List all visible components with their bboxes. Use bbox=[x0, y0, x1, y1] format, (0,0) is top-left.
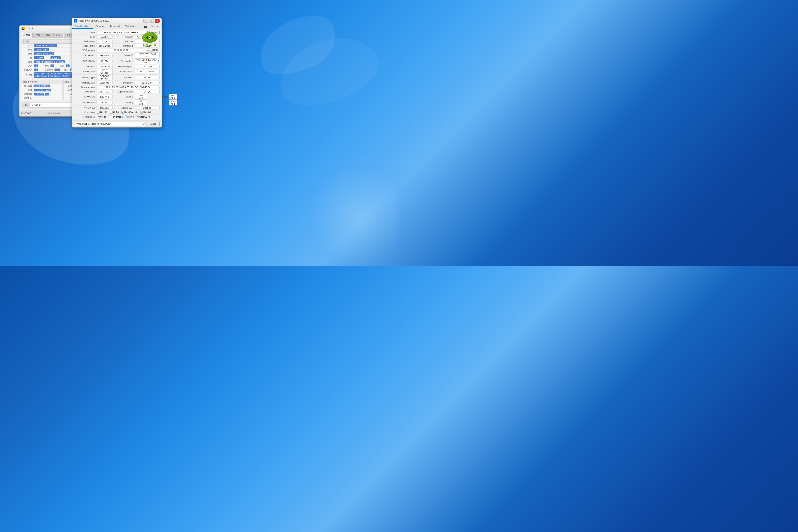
gpuz-tech-value: 5 nm bbox=[96, 40, 113, 43]
cpuz-revision-label: 修订 bbox=[61, 69, 69, 71]
gpuz-buswidth-value: 192 bit bbox=[135, 76, 159, 79]
gpuz-minimize-btn[interactable]: ─ bbox=[143, 19, 148, 23]
gpuz-technologies-label: Technologies bbox=[74, 116, 96, 118]
cpuz-stepping-label: 步进 bbox=[57, 64, 65, 67]
cpuz-bus-label: 总线速度 bbox=[21, 92, 34, 96]
cpuz-fsb-label: 锁定 FSB bbox=[21, 96, 34, 100]
cpuz-tab-mainboard[interactable]: 主板 bbox=[33, 33, 43, 38]
gpuz-opencl-cb[interactable]: ✓ bbox=[97, 111, 99, 114]
gpuz-tab-validation[interactable]: Validation bbox=[122, 24, 138, 29]
gpuz-bandwidth-label: Bandwidth bbox=[113, 81, 135, 84]
cpuz-clock-section: 时钟 (P-Core #0) 核心速度 5700.00 MHz 倍频 x 57.… bbox=[21, 80, 62, 100]
cpuz-footer-logo: CPU-Z bbox=[21, 112, 31, 115]
gpuz-opengl-label: OpenGL 4.6 bbox=[139, 116, 150, 118]
gpuz-bus-help-icon[interactable]: ? bbox=[158, 60, 159, 63]
cpuz-instr-label: 指令集 bbox=[21, 73, 34, 77]
gpuz-directcompute-cb[interactable]: ✓ bbox=[121, 111, 124, 114]
gpuz-buswidth-label: Bus Width bbox=[113, 76, 135, 79]
gpuz-close-button[interactable]: Close bbox=[147, 122, 159, 126]
gpuz-technologies-row: Technologies ✓ Vulkan ✓ Ray Tracing ✓ Ph… bbox=[74, 115, 159, 119]
cpuz-logo-text: CPU-Z bbox=[21, 112, 31, 115]
gpuz-bus-label: Bus Interface bbox=[113, 60, 135, 62]
gpuz-uefi-checkbox[interactable]: ✓ bbox=[150, 49, 153, 52]
gpuz-physx-item: ✓ PhysX bbox=[125, 116, 134, 118]
gpuz-cuda-cb[interactable]: ✓ bbox=[110, 111, 113, 114]
cpuz-clock-title: 时钟 (P-Core #0) bbox=[21, 80, 62, 84]
gpuz-gpuclock-value: 2012 MHz bbox=[96, 95, 113, 98]
cpuz-title-left: CPU-Z bbox=[21, 27, 34, 30]
gpuz-opengl-cb[interactable]: ✓ bbox=[136, 116, 139, 118]
gpuz-tab-sensors[interactable]: Sensors bbox=[93, 24, 107, 29]
gpuz-computing-row: Computing ✓ OpenCL ✓ CUDA ✓ DirectComput… bbox=[74, 110, 159, 115]
gpuz-directml-cb[interactable]: ✓ bbox=[140, 111, 143, 114]
cpuz-extfamily-label: 扩展系列 bbox=[21, 68, 34, 72]
cpuz-bus-val-wrap: 100.00 MHz bbox=[34, 92, 62, 96]
gpuz-tabs: Graphics Card Sensors Advanced Validatio… bbox=[72, 24, 138, 29]
gpuz-shaders-row: Shaders 7168 Unified DirectX Support 12 … bbox=[74, 64, 159, 69]
gpuz-menu-icon[interactable]: ≡ bbox=[155, 24, 160, 28]
cpuz-socket-value: Socket 1700 LGA bbox=[34, 52, 54, 55]
cpuz-voltage-value: 1.308 V bbox=[51, 56, 61, 59]
gpuz-tab-graphics[interactable]: Graphics Card bbox=[72, 24, 93, 29]
gpuz-memsize-row: Memory Size 12288 MB Bandwidth 513.8 GB/… bbox=[74, 80, 159, 85]
cpuz-codename-val-wrap: Raptor Lake bbox=[34, 48, 78, 51]
desktop-swirl-2 bbox=[287, 144, 399, 266]
gpuz-maximize-btn[interactable]: □ bbox=[149, 19, 154, 23]
gpuz-bandwidth-value: 513.8 GB/s bbox=[135, 81, 159, 84]
gpuz-vulkan-cb[interactable]: ✓ bbox=[97, 116, 99, 118]
cpuz-stepping-value: 1 bbox=[66, 64, 70, 67]
gpuz-texture-label: Texture Fillrate bbox=[113, 70, 135, 73]
cpuz-family-value: 6 bbox=[34, 64, 38, 67]
gpuz-titlebar: G TechPowerUp GPU-Z 2.57.0 ─ □ ✕ bbox=[72, 18, 162, 24]
cpuz-model-label: 型号 bbox=[41, 64, 50, 67]
gpuz-memtype-value: GDDR6X (Micron) bbox=[96, 75, 113, 80]
gpuz-camera-icon[interactable]: 📷 bbox=[143, 24, 148, 28]
gpuz-gpu-label: GPU bbox=[74, 36, 96, 38]
gpuz-revision-label: Revision bbox=[113, 36, 135, 38]
gpuz-defclock-row: Default Clock 1980 MHz Memory 1313 MHz B… bbox=[74, 100, 159, 106]
svg-rect-1 bbox=[22, 28, 24, 29]
gpuz-computing-checks: ✓ OpenCL ✓ CUDA ✓ DirectCompute ✓ Direct… bbox=[96, 111, 159, 114]
gpuz-refresh-icon[interactable]: ↻ bbox=[149, 24, 154, 28]
cpuz-mult-row: 倍频 x 57.0 (8.0 - 60.0) bbox=[21, 88, 62, 92]
gpuz-tab-advanced[interactable]: Advanced bbox=[107, 24, 122, 29]
cpuz-name-label: 名字 bbox=[21, 44, 34, 48]
gpuz-close-btn[interactable]: ✕ bbox=[155, 19, 159, 23]
cpuz-stepping-val-wrap: 1 bbox=[65, 64, 72, 68]
gpuz-defclock-value: 1980 MHz bbox=[96, 101, 113, 104]
cpuz-name-val: Intel Core i9 14900K bbox=[34, 44, 57, 47]
gpuz-physx-cb[interactable]: ✓ bbox=[125, 116, 128, 118]
cpuz-fsb-row: 锁定 FSB bbox=[21, 96, 62, 100]
gpuz-resbar-label: Resizable BAR bbox=[113, 107, 135, 109]
cpuz-tab-processor[interactable]: 处理器 bbox=[21, 33, 33, 38]
gpuz-digsig-value: WHQL bbox=[135, 90, 159, 93]
cpuz-mult-value: x 57.0 (8.0 - 60.0) bbox=[34, 89, 51, 92]
cpuz-processor-dropdown[interactable]: 处理器 #1 bbox=[30, 103, 76, 108]
gpuz-directx-value: 12 (12_2) bbox=[135, 65, 159, 68]
gpuz-window: G TechPowerUp GPU-Z 2.57.0 ─ □ ✕ Graphic… bbox=[72, 18, 162, 128]
gpuz-digsig-label: Digital Signature bbox=[113, 91, 135, 93]
gpuz-driver-label: Driver Version bbox=[74, 86, 96, 89]
gpuz-transistors-label: Transistors bbox=[113, 44, 135, 47]
cpuz-bus-row: 总线速度 100.00 MHz bbox=[21, 92, 62, 96]
cpuz-tab-memory[interactable]: 内存 bbox=[43, 33, 53, 38]
gpuz-gpu-selector[interactable]: NVIDIA GeForce RTX 4070 SUPER bbox=[74, 122, 145, 126]
nvidia-logo-area: NVIDIA bbox=[141, 32, 159, 47]
cpuz-tab-spd[interactable]: SPD bbox=[53, 33, 63, 38]
gpuz-tech-checks: ✓ Vulkan ✓ Ray Tracing ✓ PhysX ✓ OpenGL … bbox=[96, 115, 159, 118]
cpuz-extfamily-val-wrap: 6 bbox=[34, 68, 41, 72]
gpuz-bios-share-icon[interactable]: ↗ bbox=[147, 49, 149, 52]
gpuz-gpu-value: AD104 bbox=[96, 35, 113, 39]
gpuz-rops-row: ROPs/TMUs 80 / 224 Bus Interface PCIe x1… bbox=[74, 58, 159, 64]
gpuz-deviceid-value: 10DE 2783 - 1458 4138 bbox=[135, 53, 159, 58]
gpuz-bios-value: 95.04.69.00.F7 bbox=[96, 49, 145, 52]
gpuz-icon-g: G bbox=[75, 20, 76, 22]
cpuz-model-val-wrap: 7 bbox=[50, 64, 57, 68]
gpuz-toolbar-icons: 📷 ↻ ≡ bbox=[143, 24, 160, 28]
gpuz-directcompute-label: DirectCompute bbox=[125, 111, 138, 113]
gpuz-name-value: NVIDIA GeForce RTX 4070 SUPER bbox=[96, 31, 146, 34]
gpuz-shaders-value: 7168 Unified bbox=[96, 65, 113, 68]
gpuz-raytracing-cb[interactable]: ✓ bbox=[109, 116, 111, 118]
gpuz-directcompute-item: ✓ DirectCompute bbox=[121, 111, 138, 114]
gpuz-texture-value: 581.7 GTexel/s bbox=[135, 70, 159, 73]
